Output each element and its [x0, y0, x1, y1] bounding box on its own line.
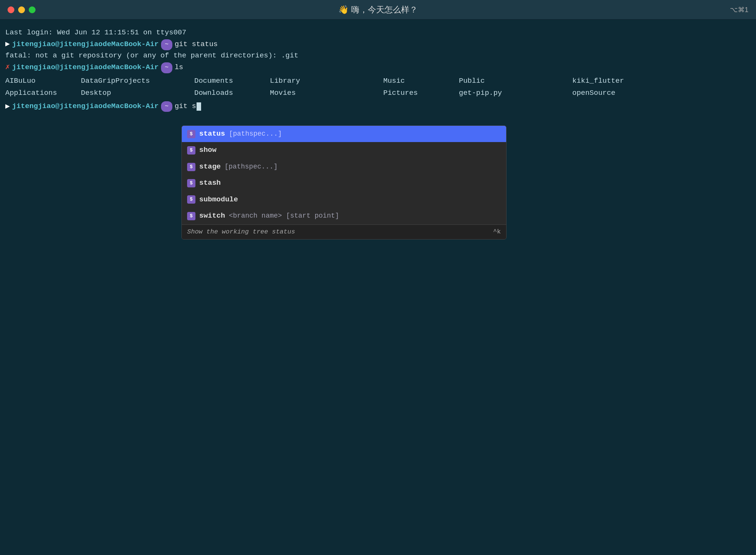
prompt-user-2: jitengjiao [12, 62, 55, 73]
ls-col1-row2: Applications [5, 87, 81, 99]
minimize-button[interactable] [18, 6, 25, 13]
prompt-badge-1: ~ [161, 39, 172, 50]
git-icon-stage: $ [187, 163, 195, 171]
prompt-user-3: jitengjiao [12, 101, 55, 112]
ls-col6-row2: get-pip.py [459, 87, 572, 99]
ls-col1-row1: AIBuLuo [5, 75, 81, 87]
prompt-arrow-1: ▶ [5, 38, 10, 50]
git-icon-stash: $ [187, 179, 195, 187]
prompt-host-2: jitengjiaodeMacBook-Air [59, 62, 158, 73]
cmd-name-stage: stage [199, 161, 221, 172]
ls-col2-row2: Desktop [81, 87, 194, 99]
titlebar: 👋 嗨，今天怎么样？ ⌥⌘1 [0, 0, 756, 20]
autocomplete-item-stage[interactable]: $ stage [pathspec...] [182, 159, 506, 175]
ls-col4-row2: Movies [270, 87, 383, 99]
prompt-badge-2: ~ [161, 62, 172, 73]
error-line: fatal: not a git repository (or any of t… [5, 50, 751, 61]
autocomplete-item-submodule[interactable]: $ submodule [182, 192, 506, 208]
prompt-at-1: @ [55, 39, 59, 50]
close-button[interactable] [8, 6, 14, 13]
ls-col7-row2: openSource [572, 87, 648, 99]
cmd-args-switch: <branch name> [start point] [229, 211, 339, 221]
maximize-button[interactable] [29, 6, 36, 13]
ls-col7-row1: kiki_flutter [572, 75, 648, 87]
login-text: Last login: Wed Jun 12 11:15:51 on ttys0… [5, 27, 186, 38]
traffic-lights [8, 6, 36, 13]
git-icon-submodule: $ [187, 195, 195, 204]
prompt-cmd-2: ls [175, 62, 183, 73]
ls-col4-row1: Library [270, 75, 383, 87]
prompt-host-3: jitengjiaodeMacBook-Air [59, 101, 158, 112]
prompt-cmd-1: git status [175, 39, 218, 50]
current-cmd-text: git s [175, 101, 196, 112]
cmd-name-switch: switch [199, 210, 225, 221]
ls-col5-row1: Music [383, 75, 459, 87]
window-title: 👋 嗨，今天怎么样？ [338, 4, 417, 15]
ls-col6-row1: Public [459, 75, 572, 87]
ls-col3-row1: Documents [194, 75, 270, 87]
cmd-name-submodule: submodule [199, 194, 238, 205]
command-line-2: ✗ jitengjiao @ jitengjiaodeMacBook-Air ~… [5, 61, 751, 73]
cmd-name-show: show [199, 145, 217, 156]
prompt-at-3: @ [55, 101, 59, 112]
footer-description: Show the working tree status [187, 227, 295, 237]
prompt-badge-3: ~ [161, 101, 172, 112]
cmd-name-status: status [199, 128, 225, 139]
current-input-line[interactable]: ▶ jitengjiao @ jitengjiaodeMacBook-Air ~… [5, 100, 751, 112]
autocomplete-item-stash[interactable]: $ stash [182, 175, 506, 191]
git-icon-switch: $ [187, 212, 195, 220]
terminal-cursor [197, 102, 201, 111]
prompt-arrow-3: ▶ [5, 100, 10, 112]
footer-shortcut: ^k [493, 227, 501, 237]
ls-col5-row2: Pictures [383, 87, 459, 99]
autocomplete-footer: Show the working tree status ^k [182, 224, 506, 239]
autocomplete-item-status[interactable]: $ status [pathspec...] [182, 126, 506, 142]
prompt-at-2: @ [55, 62, 59, 73]
ls-col2-row1: DataGripProjects [81, 75, 194, 87]
cmd-args-stage: [pathspec...] [225, 162, 277, 172]
git-icon-show: $ [187, 146, 195, 155]
login-line: Last login: Wed Jun 12 11:15:51 on ttys0… [5, 27, 751, 38]
keyboard-shortcut: ⌥⌘1 [730, 6, 748, 14]
autocomplete-item-switch[interactable]: $ switch <branch name> [start point] [182, 208, 506, 224]
cmd-name-stash: stash [199, 178, 221, 189]
autocomplete-dropdown: $ status [pathspec...] $ show $ stage [p… [181, 125, 507, 240]
fatal-text: fatal: not a git repository (or any of t… [5, 50, 298, 61]
ls-col3-row2: Downloads [194, 87, 270, 99]
prompt-user-1: jitengjiao [12, 39, 55, 50]
git-icon-status: $ [187, 130, 195, 138]
terminal-area: Last login: Wed Jun 12 11:15:51 on ttys0… [0, 20, 756, 120]
command-line-1: ▶ jitengjiao @ jitengjiaodeMacBook-Air ~… [5, 38, 751, 50]
ls-output: AIBuLuo DataGripProjects Documents Libra… [5, 75, 751, 99]
autocomplete-item-show[interactable]: $ show [182, 142, 506, 158]
cmd-args-status: [pathspec...] [229, 129, 282, 139]
prompt-arrow-2: ✗ [5, 61, 10, 73]
prompt-host-1: jitengjiaodeMacBook-Air [59, 39, 158, 50]
